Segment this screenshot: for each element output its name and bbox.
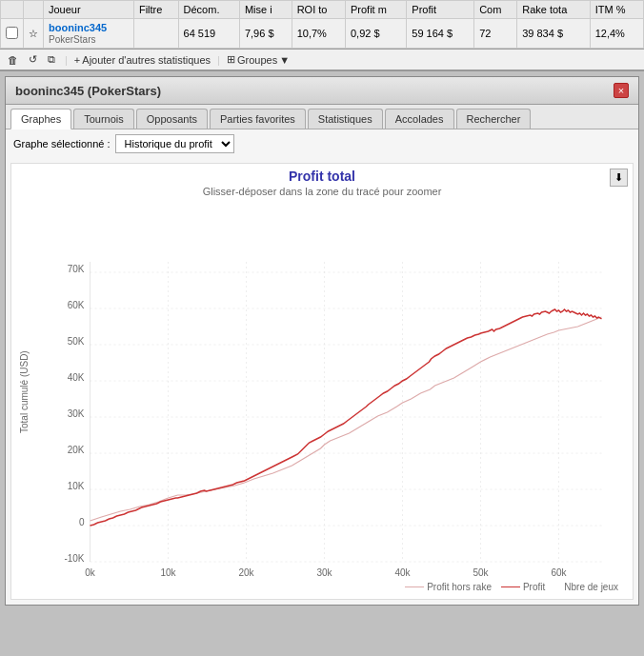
chart-container: ⬇ Profit total Glisser-déposer dans la z… bbox=[10, 163, 634, 600]
chart-subtitle: Glisser-déposer dans la zone du tracé po… bbox=[16, 186, 628, 197]
svg-text:50k: 50k bbox=[473, 567, 489, 576]
row-mise: 7,96 $ bbox=[239, 19, 292, 49]
col-com: Com bbox=[474, 1, 517, 19]
toolbar: 🗑 ↺ ⧉ | + Ajouter d'autres statistiques … bbox=[0, 50, 644, 71]
groups-dropdown-icon: ▼ bbox=[279, 54, 290, 66]
col-itm: ITM % bbox=[590, 1, 643, 19]
col-profit: Profit bbox=[407, 1, 474, 19]
groups-icon: ⊞ bbox=[227, 53, 235, 66]
profit-line bbox=[91, 309, 602, 526]
row-star[interactable]: ☆ bbox=[24, 19, 44, 49]
col-rake: Rake tota bbox=[517, 1, 590, 19]
x-axis-label: Nbre de jeux bbox=[564, 582, 618, 592]
groups-label: Groupes bbox=[237, 54, 277, 66]
sep1: | bbox=[65, 54, 68, 66]
svg-text:60k: 60k bbox=[551, 567, 567, 576]
player-name[interactable]: booninc345 bbox=[49, 22, 129, 33]
row-rake: 39 834 $ bbox=[517, 19, 590, 49]
row-roi: 10,7% bbox=[292, 19, 345, 49]
stats-table: Joueur Filtre Décom. Mise i ROI to Profi… bbox=[0, 0, 644, 49]
tab-tournois[interactable]: Tournois bbox=[73, 109, 134, 129]
delete-button[interactable]: 🗑 bbox=[5, 53, 21, 67]
legend-profit-hors-rake: Profit hors rake bbox=[405, 582, 492, 592]
svg-text:40K: 40K bbox=[68, 372, 85, 383]
download-button[interactable]: ⬇ bbox=[610, 169, 628, 187]
chart-svg[interactable]: .grid-line { stroke: #ddd; stroke-width:… bbox=[32, 205, 628, 579]
player-site: PokerStars bbox=[49, 34, 95, 45]
profit-hors-rake-line bbox=[91, 317, 602, 521]
svg-text:40k: 40k bbox=[394, 567, 411, 576]
chart-legend: Profit hors rake Profit Nbre de jeux bbox=[16, 579, 628, 594]
legend-label-profit-hors-rake: Profit hors rake bbox=[427, 582, 492, 592]
legend-profit: Profit bbox=[501, 582, 545, 592]
add-icon: + bbox=[74, 54, 80, 66]
col-joueur: Joueur bbox=[44, 1, 134, 19]
detail-window: booninc345 (PokerStars) × Graphes Tourno… bbox=[5, 76, 639, 606]
data-table-area: Joueur Filtre Décom. Mise i ROI to Profi… bbox=[0, 0, 644, 50]
svg-text:50K: 50K bbox=[68, 336, 85, 347]
row-checkbox[interactable] bbox=[1, 19, 24, 49]
legend-label-profit: Profit bbox=[523, 582, 545, 592]
chart-title: Profit total bbox=[16, 169, 628, 184]
legend-line-profit-hors-rake bbox=[405, 586, 424, 587]
graph-selector-row: Graphe sélectionné : Historique du profi… bbox=[6, 129, 638, 158]
row-profit-moyen: 0,92 $ bbox=[345, 19, 406, 49]
tabs-bar: Graphes Tournois Opposants Parties favor… bbox=[6, 105, 638, 129]
col-checkbox bbox=[1, 1, 24, 19]
svg-text:30k: 30k bbox=[316, 567, 332, 576]
svg-text:30K: 30K bbox=[68, 408, 85, 419]
close-button[interactable]: × bbox=[614, 83, 629, 98]
detail-header: booninc345 (PokerStars) × bbox=[6, 77, 638, 105]
chart-area: Total cumulé (USD) .grid-line { stroke: … bbox=[16, 205, 628, 579]
svg-text:10k: 10k bbox=[160, 567, 176, 576]
add-stats-link[interactable]: + Ajouter d'autres statistiques bbox=[74, 54, 211, 66]
refresh-button[interactable]: ↺ bbox=[26, 52, 40, 67]
tab-graphes[interactable]: Graphes bbox=[10, 109, 71, 129]
svg-text:20k: 20k bbox=[238, 567, 254, 576]
groups-link[interactable]: ⊞ Groupes ▼ bbox=[227, 53, 290, 66]
tab-statistiques[interactable]: Statistiques bbox=[308, 109, 383, 129]
svg-text:0k: 0k bbox=[85, 567, 96, 576]
col-mise: Mise i bbox=[239, 1, 292, 19]
y-axis-label: Total cumulé (USD) bbox=[16, 205, 32, 579]
graph-select[interactable]: Historique du profit bbox=[115, 134, 234, 153]
add-stats-label: Ajouter d'autres statistiques bbox=[82, 54, 211, 66]
legend-line-profit bbox=[501, 586, 520, 587]
table-row[interactable]: ☆ booninc345 PokerStars 64 519 7,96 $ 10… bbox=[1, 19, 644, 49]
svg-text:10K: 10K bbox=[68, 481, 85, 491]
row-decomp: 64 519 bbox=[178, 19, 239, 49]
svg-text:60K: 60K bbox=[68, 300, 85, 310]
profit-chart-svg[interactable]: .grid-line { stroke: #ddd; stroke-width:… bbox=[32, 205, 628, 576]
col-roi: ROI to bbox=[292, 1, 345, 19]
row-filtre bbox=[133, 19, 178, 49]
tab-accolades[interactable]: Accolades bbox=[385, 109, 454, 129]
col-decom: Décom. bbox=[178, 1, 239, 19]
row-com: 72 bbox=[474, 19, 517, 49]
svg-text:20K: 20K bbox=[68, 445, 85, 455]
tab-rechercher[interactable]: Rechercher bbox=[456, 109, 532, 129]
svg-text:70K: 70K bbox=[68, 264, 85, 274]
col-profit-moyen: Profit m bbox=[345, 1, 406, 19]
row-profit: 59 164 $ bbox=[407, 19, 474, 49]
detail-title: booninc345 (PokerStars) bbox=[15, 84, 161, 98]
col-filtre: Filtre bbox=[133, 1, 178, 19]
tab-parties-favorites[interactable]: Parties favorites bbox=[210, 109, 306, 129]
sep2: | bbox=[217, 54, 220, 66]
tab-opposants[interactable]: Opposants bbox=[136, 109, 208, 129]
svg-text:0: 0 bbox=[79, 517, 85, 527]
svg-text:-10K: -10K bbox=[64, 553, 84, 564]
row-player[interactable]: booninc345 PokerStars bbox=[44, 19, 134, 49]
row-itm: 12,4% bbox=[590, 19, 643, 49]
col-star bbox=[24, 1, 44, 19]
copy-button[interactable]: ⧉ bbox=[45, 52, 58, 67]
graph-selector-label: Graphe sélectionné : bbox=[13, 138, 111, 149]
